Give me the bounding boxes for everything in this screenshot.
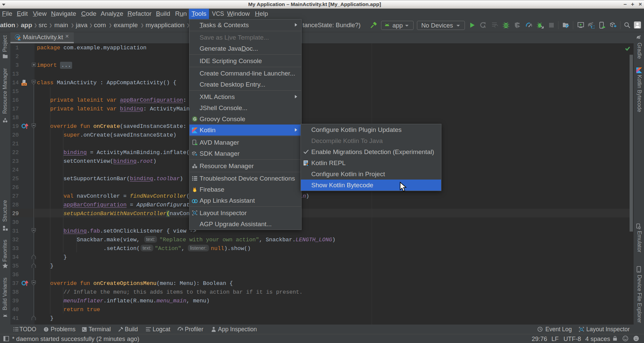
svg-text:<>: <> <box>22 83 26 86</box>
svg-text:A: A <box>483 25 486 29</box>
svg-text:G: G <box>193 117 196 121</box>
